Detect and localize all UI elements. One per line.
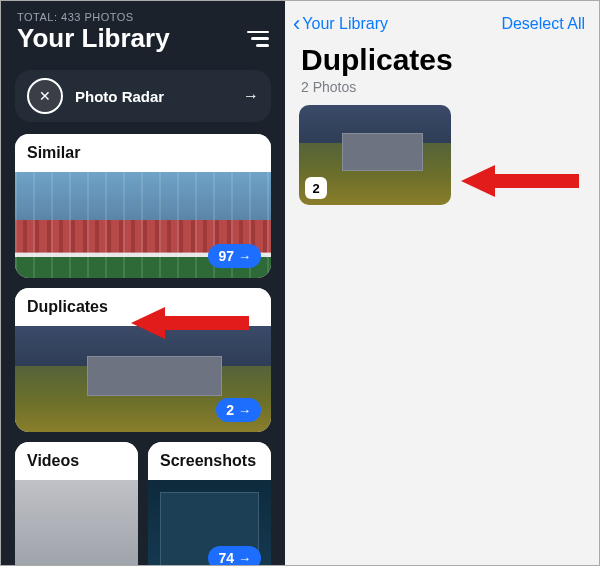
page-title: Duplicates — [285, 41, 599, 79]
menu-icon[interactable] — [247, 31, 269, 47]
photo-radar-label: Photo Radar — [75, 88, 243, 105]
card-preview-image: 97 → — [15, 172, 271, 278]
card-similar[interactable]: Similar 97 → — [15, 134, 271, 278]
card-preview-image: 2 → — [15, 326, 271, 432]
card-title: Duplicates — [15, 288, 271, 326]
arrow-right-icon: → — [238, 249, 251, 264]
card-screenshots[interactable]: Screenshots 74 → — [148, 442, 271, 565]
thumbnail-grid: 2 — [285, 105, 599, 205]
group-count-badge: 2 — [305, 177, 327, 199]
arrow-right-icon: → — [238, 403, 251, 418]
cards-row-2: Videos Screenshots 74 → — [15, 442, 271, 565]
duplicate-group-thumbnail[interactable]: 2 — [299, 105, 451, 205]
page-title: Your Library — [17, 23, 170, 54]
chevron-left-icon: ‹ — [293, 13, 300, 35]
deselect-all-button[interactable]: Deselect All — [501, 15, 585, 33]
photo-radar-row[interactable]: ✕ Photo Radar → — [15, 70, 271, 122]
card-title: Similar — [15, 134, 271, 172]
count-pill[interactable]: 97 → — [208, 244, 261, 268]
arrow-right-icon: → — [243, 87, 259, 105]
nav-bar: ‹ Your Library Deselect All — [285, 1, 599, 41]
phone-duplicates: ‹ Your Library Deselect All Duplicates 2… — [285, 1, 599, 565]
count-pill[interactable]: 74 → — [208, 546, 261, 565]
total-photos-label: TOTAL: 433 PHOTOS — [1, 1, 285, 23]
back-label: Your Library — [302, 15, 388, 33]
header-row: Your Library — [1, 23, 285, 64]
card-preview-image — [15, 480, 138, 565]
count-pill[interactable]: 2 → — [216, 398, 261, 422]
card-videos[interactable]: Videos — [15, 442, 138, 565]
comparison-stage: TOTAL: 433 PHOTOS Your Library ✕ Photo R… — [0, 0, 600, 566]
card-title: Screenshots — [148, 442, 271, 480]
count-value: 97 — [218, 248, 234, 264]
card-preview-image: 74 → — [148, 480, 271, 565]
photo-count-label: 2 Photos — [285, 79, 599, 105]
cards-list: Similar 97 → Duplicates 2 → — [1, 134, 285, 565]
arrow-right-icon: → — [238, 551, 251, 566]
card-duplicates[interactable]: Duplicates 2 → — [15, 288, 271, 432]
close-icon[interactable]: ✕ — [27, 78, 63, 114]
phone-your-library: TOTAL: 433 PHOTOS Your Library ✕ Photo R… — [1, 1, 285, 565]
card-title: Videos — [15, 442, 138, 480]
x-glyph: ✕ — [39, 89, 51, 103]
back-button[interactable]: ‹ Your Library — [293, 13, 388, 35]
count-value: 2 — [226, 402, 234, 418]
count-value: 74 — [218, 550, 234, 565]
